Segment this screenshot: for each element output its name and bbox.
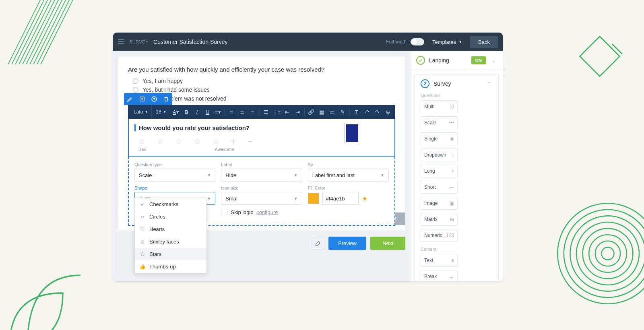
qtype-scale[interactable]: Scale••• [421,116,458,129]
underline-icon[interactable]: U [202,106,212,118]
shape-option[interactable]: ☆Stars [135,248,206,260]
align-right-icon[interactable]: ≡ [248,106,258,118]
svg-point-19 [601,247,614,260]
svg-point-18 [595,241,620,266]
templates-button[interactable]: Templates ▼ [429,37,465,47]
thumbs-up-icon: 👍 [140,264,145,270]
label-select[interactable]: Hide▼ [221,169,302,182]
radio-option[interactable]: Yes, I am happy [133,78,395,84]
multi-icon: ☑ [450,104,454,109]
question-editor: How would you rate your satisfaction? ☆ … [128,119,395,157]
question-type-label: Question type [134,162,215,167]
qtype-short[interactable]: Short— [421,181,458,194]
remove-star-icon[interactable]: − [248,137,253,146]
expand-icon[interactable]: ⊕ [383,106,393,118]
icon-size-label: Icon size [221,186,302,190]
star-icon[interactable]: ☆ [157,137,163,146]
shape-dropdown: ✓Checkmarks ○Circles ♡Hearts ☺Smiley fac… [134,198,207,273]
link-icon[interactable]: 🔗 [306,106,316,118]
shape-option[interactable]: ○Circles [135,210,206,223]
font-size-select[interactable]: 18▼ [153,105,170,119]
add-star-icon[interactable]: + [231,137,236,146]
clear-format-icon[interactable]: T [351,106,361,118]
sidebar-item-landing[interactable]: Landing ON ⌄ [411,51,503,70]
shape-option[interactable]: ✓Checkmarks [135,198,206,210]
skip-logic-checkbox[interactable] [221,209,227,215]
radio-label: Yes, but I had some issues [142,87,210,93]
question-editor-block: Lato▼ 18▼ A▾ B I U ≡▾ ≡ ≣ ≡ ☰ ⋮≡ [128,105,395,226]
radio-option[interactable]: Yes, but I had some issues [133,87,395,93]
font-select[interactable]: Lato▼ [130,105,152,119]
radio-icon [133,78,138,84]
add-icon[interactable] [136,93,148,105]
shape-option[interactable]: 👍Thumbs-up [135,260,206,273]
next-button[interactable]: Next [370,237,405,250]
undo-icon[interactable]: ↶ [362,106,372,118]
svg-line-7 [33,0,70,64]
question-type-select[interactable]: Scale▼ [134,169,215,182]
qtype-single[interactable]: Single◉ [421,132,458,145]
line-height-icon[interactable]: ≡▾ [213,106,223,118]
decorative-leaf [0,258,80,330]
section-title: Survey [433,80,481,87]
image-icon[interactable]: ▦ [317,106,326,118]
svg-line-5 [26,0,62,64]
outdent-icon[interactable]: ⇥ [293,106,303,118]
align-center-icon[interactable]: ≣ [237,106,247,118]
code-icon[interactable]: ✎ [338,106,348,118]
ctype-break[interactable]: Break⫠ [421,270,458,281]
icon-size-select[interactable]: Small▼ [221,192,302,205]
svg-line-0 [8,0,44,64]
chevron-down-icon[interactable]: ⌄ [490,58,497,63]
star-icon[interactable]: ☆ [138,137,145,146]
svg-point-17 [589,235,627,272]
svg-point-16 [583,229,633,279]
edit-icon[interactable] [124,93,136,105]
qtype-dropdown[interactable]: Dropdown↓ [421,148,458,161]
preview-button[interactable]: Preview [328,237,366,250]
star-icon: ☆ [140,251,145,257]
questions-heading: Questions [421,93,493,98]
style-brush-button[interactable] [312,237,324,250]
configure-link[interactable]: configure [256,209,278,215]
color-swatch[interactable] [308,193,319,204]
star-icon[interactable]: ☆ [194,137,200,146]
star-icon[interactable]: ☆ [213,137,219,146]
menu-icon[interactable] [118,39,124,44]
svg-point-13 [564,210,644,297]
preview-swatch [346,124,358,142]
text-color-icon[interactable]: A▾ [171,106,181,118]
chevron-up-icon[interactable]: ⌃ [485,81,493,87]
survey-page: Are you satisfied with how quickly and e… [118,56,405,231]
full-width-toggle[interactable] [411,38,424,45]
svg-point-15 [576,222,639,285]
bold-icon[interactable]: B [182,106,191,118]
shape-option[interactable]: ☺Smiley faces [135,235,206,248]
seq-select[interactable]: Label first and last▼ [308,169,389,182]
svg-line-8 [37,0,73,64]
italic-icon[interactable]: I [192,106,202,118]
list-ul-icon[interactable]: ☰ [261,106,271,118]
shape-option[interactable]: ♡Hearts [135,223,206,235]
video-icon[interactable]: ▭ [327,106,337,118]
qtype-image[interactable]: Image▣ [421,197,458,210]
qtype-multi[interactable]: Multi☑ [421,100,458,113]
qtype-numeric[interactable]: Numeric123 [421,229,458,242]
radio-icon [133,87,138,93]
redo-icon[interactable]: ↷ [372,106,382,118]
back-button[interactable]: Back [470,36,498,48]
star-icon[interactable]: ☆ [175,137,182,146]
qtype-long[interactable]: Long≡ [421,165,458,177]
ctype-text[interactable]: Text≡ [421,254,458,267]
upload-icon[interactable] [148,93,160,105]
align-left-icon[interactable]: ≡ [227,106,236,118]
color-input[interactable] [322,192,359,205]
indent-icon[interactable]: ⇤ [282,106,292,118]
qtype-matrix[interactable]: Matrix⊞ [421,213,458,226]
radio-label: Yes, I am happy [142,78,183,84]
app-window: SURVEY Customer Satisfaction Survey Full… [113,32,503,282]
scale-icon: ••• [449,120,454,126]
delete-icon[interactable] [160,93,172,105]
svg-line-2 [15,0,52,64]
list-ol-icon[interactable]: ⋮≡ [272,106,281,118]
